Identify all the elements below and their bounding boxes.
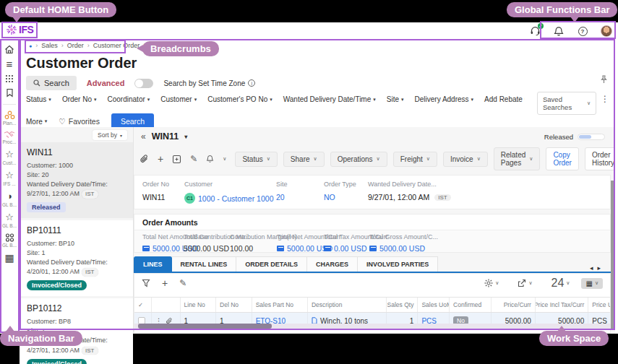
- record-dropdown-icon[interactable]: ▾: [184, 134, 187, 140]
- tab-order-details[interactable]: ORDER DETAILS: [236, 256, 307, 272]
- select-all-check[interactable]: ✓: [134, 298, 152, 312]
- related-pages-dropdown[interactable]: Related Pages∨: [494, 147, 541, 170]
- help-history-icon[interactable]: ?: [577, 25, 588, 37]
- detail-tabs: LINES RENTAL LINES ORDER DETAILS CHARGES…: [134, 257, 611, 273]
- edit-line-icon[interactable]: ✎: [179, 278, 186, 288]
- grid-settings[interactable]: ∨: [484, 279, 499, 287]
- nav-gl-balance-1[interactable]: ◑ GL B...: [2, 191, 17, 207]
- breadcrumb: ● › Sales › Order › Customer Order ⟳: [29, 42, 149, 49]
- nav-gl-balance-3[interactable]: GL B...: [2, 233, 17, 248]
- nav-divider: [3, 104, 16, 105]
- field-order-no: Order No WIN11: [142, 181, 169, 202]
- home-logo-button[interactable]: IFS: [6, 24, 33, 35]
- grid-view-icon: ▦: [585, 280, 592, 287]
- nav-planning[interactable]: Plan...: [3, 110, 16, 126]
- horizontal-scrollbar[interactable]: [134, 324, 611, 329]
- tab-lines[interactable]: LINES: [134, 256, 172, 272]
- breadcrumb-item-sales[interactable]: Sales: [41, 42, 58, 49]
- nav-apps[interactable]: [5, 74, 14, 83]
- list-item[interactable]: BP10111 Customer: BP10 Site: 1 Wanted De…: [20, 220, 133, 296]
- search-options-kebab[interactable]: ⋮: [601, 94, 609, 104]
- list-item[interactable]: WIN11 Customer: 1000 Site: 20 Wanted Del…: [20, 142, 133, 218]
- chevron-down-icon[interactable]: ∨: [223, 156, 226, 162]
- callout-nav-bar: Navigation Bar: [0, 331, 82, 346]
- vertical-scrollbar[interactable]: [611, 181, 614, 329]
- timezone-pill: IST: [82, 347, 98, 355]
- site-link[interactable]: 20: [276, 193, 288, 202]
- nav-home[interactable]: [4, 45, 14, 54]
- order-detail-card: Order No WIN11 Customer C1 1000 - Custom…: [134, 175, 611, 209]
- scrollbar-thumb: [138, 324, 272, 329]
- order-type-link[interactable]: NO: [324, 193, 356, 202]
- released-indicator: Released: [544, 133, 605, 141]
- attachment-icon[interactable]: [140, 154, 149, 164]
- star-icon: ☆: [5, 170, 14, 181]
- tab-charges[interactable]: CHARGES: [307, 256, 358, 272]
- saved-searches-select[interactable]: Saved Searches∨: [537, 92, 596, 115]
- nav-bookmark[interactable]: [6, 88, 14, 98]
- edit-icon[interactable]: ✎: [190, 154, 197, 164]
- add-line-icon[interactable]: +: [162, 277, 168, 289]
- nav-ifs[interactable]: ☆ IFS ...: [3, 170, 15, 186]
- released-progress-toggle[interactable]: [578, 134, 605, 140]
- duplicate-icon[interactable]: [172, 155, 181, 164]
- tab-involved-parties[interactable]: INVOLVED PARTIES: [358, 256, 438, 272]
- info-icon[interactable]: i: [248, 79, 255, 87]
- favorites-button[interactable]: ♡Favorites: [59, 117, 100, 126]
- status-badge: Released: [27, 202, 66, 212]
- calculator-icon: [277, 246, 284, 251]
- alerts-bell-icon[interactable]: [206, 155, 214, 163]
- operations-dropdown[interactable]: Operations∨: [330, 152, 387, 167]
- status-dropdown[interactable]: Status∨: [235, 152, 277, 167]
- collapse-panel-icon[interactable]: «: [141, 131, 146, 142]
- invoice-dropdown[interactable]: Invoice∨: [443, 152, 488, 167]
- advanced-search-link[interactable]: Advanced: [87, 79, 125, 87]
- planning-cluster-icon: [4, 110, 15, 120]
- handshake-icon: [4, 131, 15, 139]
- customer-link: 1000 - Customer 1000: [198, 194, 273, 203]
- freight-dropdown[interactable]: Freight∨: [393, 152, 437, 167]
- filter-add-rebate-customer[interactable]: Add Rebate Customer▾: [484, 95, 525, 103]
- filter-wanted-delivery[interactable]: Wanted Delivery Date/Time▾: [283, 95, 376, 103]
- timezone-toggle[interactable]: [134, 79, 153, 88]
- amount-gross-curr: Total Gross Amount/C... 5000.00 USD: [369, 233, 438, 253]
- breadcrumb-item-order[interactable]: Order: [67, 42, 84, 49]
- record-id: WIN11: [152, 131, 179, 142]
- assistant-headset-icon[interactable]: ✓: [529, 25, 541, 37]
- nav-customer[interactable]: ☆ Cust...: [3, 150, 17, 165]
- nav-menu[interactable]: ≡: [7, 59, 13, 69]
- filter-funnel-icon[interactable]: [142, 279, 150, 287]
- grid-export[interactable]: ∨: [518, 279, 532, 287]
- timezone-label: Search by Set Time Zone i: [163, 79, 255, 87]
- timezone-pill: IST: [82, 190, 98, 199]
- order-history-button[interactable]: Order History: [585, 147, 615, 170]
- filter-status[interactable]: Status▾: [26, 95, 51, 103]
- grid-toolbar: + ✎ ∨ ∨ 24∨ ▦∨: [142, 277, 603, 290]
- filter-delivery-address[interactable]: Delivery Address▾: [415, 95, 474, 103]
- view-mode-button[interactable]: ▦∨: [581, 278, 603, 289]
- apps-grid-icon: [5, 74, 14, 83]
- filter-customers-po-no[interactable]: Customer's PO No▾: [207, 95, 272, 103]
- filter-coordinator[interactable]: Coordinator▾: [108, 95, 150, 103]
- page-size-select[interactable]: 24∨: [552, 277, 570, 290]
- user-avatar[interactable]: [601, 25, 612, 37]
- pin-icon[interactable]: [600, 75, 608, 84]
- filter-more[interactable]: More▾: [26, 118, 47, 126]
- add-icon[interactable]: +: [158, 153, 163, 165]
- breadcrumb-item-customer-order[interactable]: Customer Order: [93, 42, 140, 49]
- tab-rental-lines[interactable]: RENTAL LINES: [172, 256, 237, 272]
- copy-order-button[interactable]: Copy Order: [546, 147, 579, 170]
- tab-scroll-arrows[interactable]: ◂▸: [590, 264, 611, 272]
- filter-customer[interactable]: Customer▾: [160, 95, 197, 103]
- field-order-type: Order Type NO: [324, 181, 356, 202]
- search-mode-button[interactable]: Search: [26, 76, 77, 90]
- filter-site[interactable]: Site▾: [387, 95, 404, 103]
- share-dropdown[interactable]: Share∨: [283, 152, 325, 167]
- nav-procurement[interactable]: Proc...: [3, 131, 17, 144]
- nav-calculator[interactable]: ▦: [4, 253, 14, 263]
- nav-gl-balance-2[interactable]: ☆ GL B...: [2, 212, 17, 228]
- filter-order-no[interactable]: Order No▾: [62, 95, 97, 103]
- breadcrumb-home-dot[interactable]: ●: [29, 43, 32, 48]
- notifications-bell-icon[interactable]: [553, 25, 565, 37]
- sort-by-dropdown[interactable]: Sort by▾: [93, 130, 127, 140]
